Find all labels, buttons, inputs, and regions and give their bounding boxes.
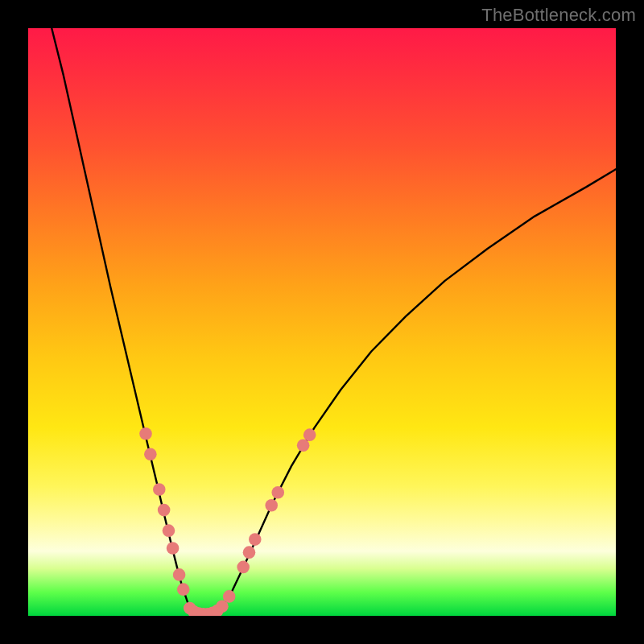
highlight-dot: [271, 486, 284, 499]
highlight-dot: [249, 533, 262, 546]
highlight-dot: [303, 428, 316, 441]
highlight-dot: [158, 504, 171, 517]
plot-area: [28, 28, 616, 616]
watermark-text: TheBottleneck.com: [481, 5, 636, 26]
chart-svg: [28, 28, 616, 616]
highlight-dot: [177, 583, 190, 596]
bottleneck-curve: [52, 28, 616, 614]
highlight-dot: [139, 427, 152, 440]
highlight-dot: [173, 568, 186, 581]
highlight-dot: [163, 524, 175, 537]
highlight-dot: [265, 499, 278, 512]
highlight-dot: [153, 483, 166, 496]
highlight-dot: [167, 542, 180, 555]
highlight-dot: [297, 440, 310, 452]
chart-frame: TheBottleneck.com: [0, 0, 644, 644]
highlight-dot: [144, 448, 157, 460]
highlight-dot: [237, 561, 250, 574]
highlight-dot: [243, 546, 256, 559]
highlight-dot: [223, 590, 236, 603]
